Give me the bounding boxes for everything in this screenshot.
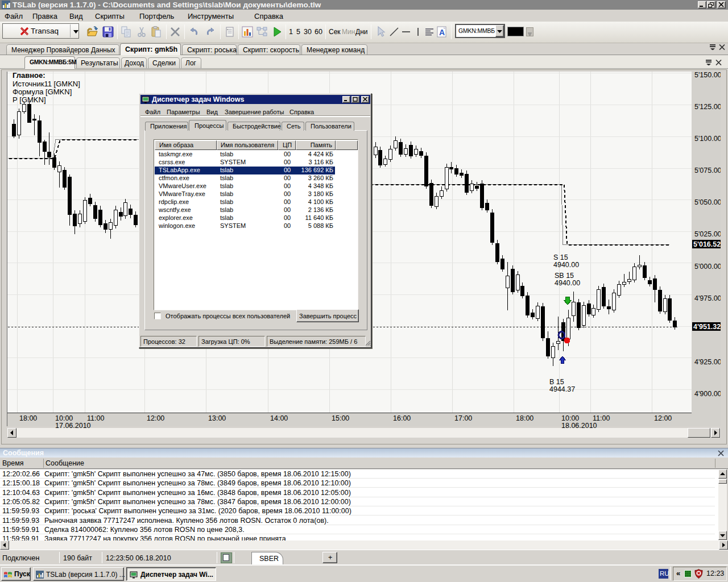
svg-text:4'900.00: 4'900.00 <box>694 390 721 398</box>
svg-text:4940.00: 4940.00 <box>553 261 579 269</box>
svg-text:B 15: B 15 <box>549 378 564 386</box>
svg-text:5'016.52: 5'016.52 <box>693 240 721 248</box>
svg-text:5'150.00: 5'150.00 <box>694 71 721 79</box>
svg-text:11:00: 11:00 <box>593 414 610 422</box>
svg-text:10:00: 10:00 <box>55 414 73 422</box>
svg-text:16:00: 16:00 <box>393 414 411 422</box>
svg-text:13:00: 13:00 <box>208 414 226 422</box>
svg-text:Главное:: Главное: <box>13 71 46 80</box>
svg-text:18:00: 18:00 <box>19 414 37 422</box>
svg-text:12:00: 12:00 <box>654 414 672 422</box>
svg-text:17:00: 17:00 <box>454 414 472 422</box>
svg-text:4'925.00: 4'925.00 <box>694 358 721 366</box>
svg-text:A: A <box>439 28 445 37</box>
svg-text:Источник11 [GMKN]: Источник11 [GMKN] <box>13 80 80 88</box>
svg-text:5'050.00: 5'050.00 <box>694 198 721 206</box>
svg-text:14:00: 14:00 <box>270 414 288 422</box>
svg-text:4944.37: 4944.37 <box>549 385 575 393</box>
svg-text:12:00: 12:00 <box>147 414 164 422</box>
svg-text:S 15: S 15 <box>553 253 568 261</box>
svg-text:5'000.00: 5'000.00 <box>694 263 721 271</box>
svg-text:10:00: 10:00 <box>561 414 579 422</box>
svg-text:Р [GMKN]: Р [GMKN] <box>13 95 46 104</box>
svg-text:5'125.00: 5'125.00 <box>694 103 721 111</box>
svg-text:11:00: 11:00 <box>87 414 104 422</box>
svg-text:15:00: 15:00 <box>332 414 349 422</box>
svg-text:Формула [GMKN]: Формула [GMKN] <box>13 88 72 96</box>
svg-text:18:00: 18:00 <box>516 414 533 422</box>
svg-text:4'951.32: 4'951.32 <box>693 323 721 331</box>
svg-text:SB 15: SB 15 <box>555 272 574 280</box>
svg-text:4940.00: 4940.00 <box>555 279 580 287</box>
svg-text:5'025.00: 5'025.00 <box>694 230 721 238</box>
svg-text:4'975.00: 4'975.00 <box>694 294 721 302</box>
svg-text:5'075.00: 5'075.00 <box>694 167 721 174</box>
svg-text:5'100.00: 5'100.00 <box>694 135 721 143</box>
